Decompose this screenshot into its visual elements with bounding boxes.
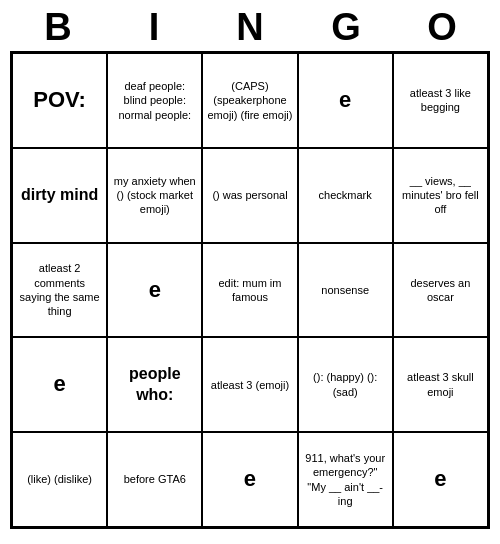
header-letter-o: O	[398, 6, 486, 49]
bingo-cell-16: people who:	[107, 337, 202, 432]
bingo-cell-6: my anxiety when () (stock market emoji)	[107, 148, 202, 243]
bingo-cell-21: before GTA6	[107, 432, 202, 527]
header-letter-b: B	[14, 6, 102, 49]
bingo-cell-7: () was personal	[202, 148, 297, 243]
bingo-cell-3: e	[298, 53, 393, 148]
bingo-cell-10: atleast 2 comments saying the same thing	[12, 243, 107, 338]
bingo-cell-20: (like) (dislike)	[12, 432, 107, 527]
bingo-cell-1: deaf people: blind people: normal people…	[107, 53, 202, 148]
bingo-cell-13: nonsense	[298, 243, 393, 338]
bingo-cell-12: edit: mum im famous	[202, 243, 297, 338]
bingo-cell-15: e	[12, 337, 107, 432]
bingo-grid: POV:deaf people: blind people: normal pe…	[10, 51, 490, 529]
bingo-cell-9: __ views, __ minutes' bro fell off	[393, 148, 488, 243]
header-letter-i: I	[110, 6, 198, 49]
header-letter-g: G	[302, 6, 390, 49]
bingo-cell-18: (): (happy) ():(sad)	[298, 337, 393, 432]
bingo-cell-11: e	[107, 243, 202, 338]
bingo-cell-0: POV:	[12, 53, 107, 148]
bingo-cell-5: dirty mind	[12, 148, 107, 243]
bingo-cell-8: checkmark	[298, 148, 393, 243]
bingo-cell-14: deserves an oscar	[393, 243, 488, 338]
header-letter-n: N	[206, 6, 294, 49]
bingo-cell-23: 911, what's your emergency?" "My __ ain'…	[298, 432, 393, 527]
bingo-cell-19: atleast 3 skull emoji	[393, 337, 488, 432]
bingo-header: B I N G O	[10, 0, 490, 51]
bingo-cell-2: (CAPS) (speakerphone emoji) (fire emoji)	[202, 53, 297, 148]
bingo-cell-24: e	[393, 432, 488, 527]
bingo-cell-17: atleast 3 (emoji)	[202, 337, 297, 432]
bingo-cell-4: atleast 3 like begging	[393, 53, 488, 148]
bingo-cell-22: e	[202, 432, 297, 527]
